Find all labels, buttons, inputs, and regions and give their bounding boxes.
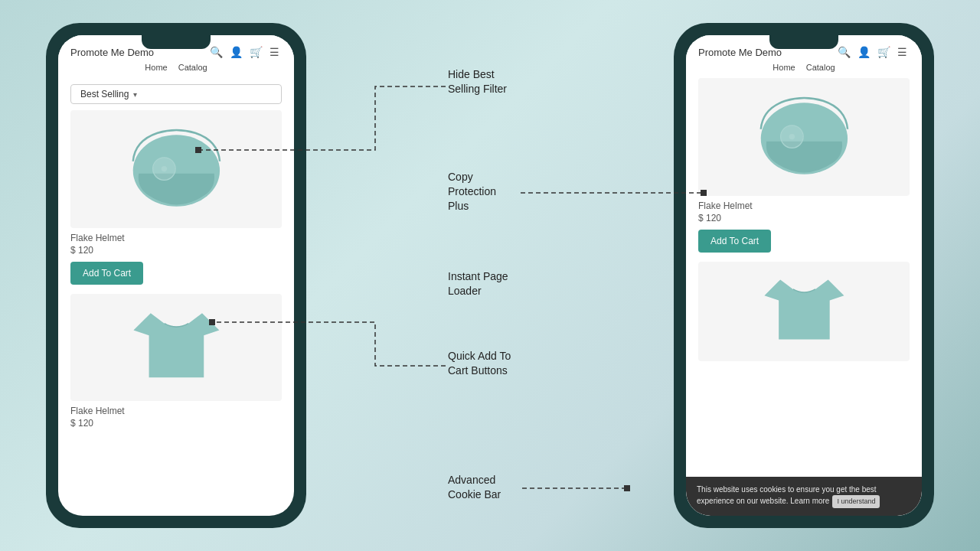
annotation-lines xyxy=(0,0,980,551)
dot-hide-filter-left xyxy=(195,147,201,153)
dot-copy-protection-right xyxy=(701,190,707,196)
phone-notch-right xyxy=(769,35,838,49)
phone-notch-left xyxy=(142,35,211,49)
scene: Promote Me Demo 🔍 👤 🛒 ☰ Home Catalog Bes xyxy=(0,0,980,551)
dot-quick-add-left xyxy=(209,319,215,325)
dot-cookie-bar-right xyxy=(624,485,630,491)
